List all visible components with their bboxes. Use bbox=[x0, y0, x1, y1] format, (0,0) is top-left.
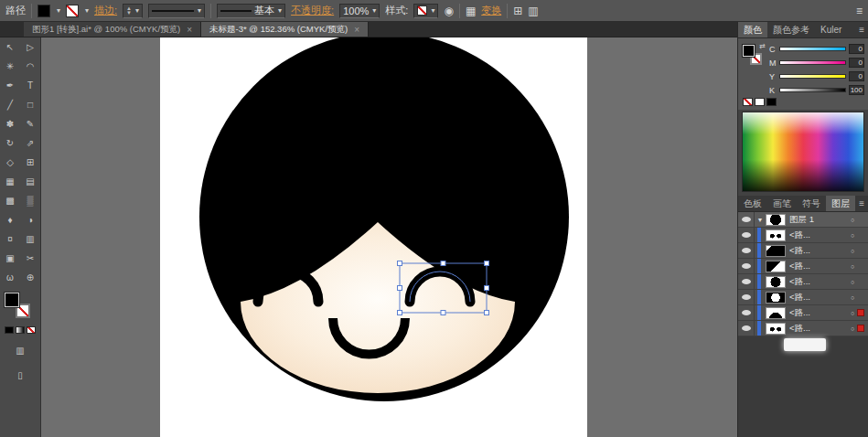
magic-wand-tool[interactable]: ✳ bbox=[0, 57, 20, 76]
arrange-documents-icon[interactable]: ▥ bbox=[528, 5, 538, 17]
pencil-tool[interactable]: ✎ bbox=[20, 114, 40, 133]
target-icon[interactable]: ○ bbox=[848, 279, 857, 285]
target-icon[interactable]: ○ bbox=[848, 217, 857, 223]
visibility-toggle[interactable] bbox=[738, 243, 755, 258]
align-panel-icon[interactable]: ▦ bbox=[466, 5, 476, 17]
black-value-field[interactable]: 100 bbox=[849, 85, 864, 95]
paintbrush-tool[interactable]: ✽ bbox=[0, 114, 20, 133]
blend-tool[interactable]: ◑ bbox=[20, 210, 40, 229]
close-icon[interactable]: × bbox=[354, 25, 359, 35]
selection-tool[interactable]: ↖ bbox=[0, 37, 20, 57]
visibility-toggle[interactable] bbox=[738, 321, 755, 336]
stroke-panel-link[interactable]: 描边: bbox=[94, 4, 117, 17]
transform-panel-link[interactable]: 变换 bbox=[481, 4, 501, 17]
target-icon[interactable]: ○ bbox=[848, 310, 857, 316]
stroke-weight-field[interactable]: ▲▼ ▾ bbox=[123, 4, 143, 18]
visibility-toggle[interactable] bbox=[738, 259, 755, 273]
sublayer-row[interactable]: <路... ○ bbox=[738, 290, 868, 305]
artboard-tool[interactable]: ▣ bbox=[0, 249, 20, 268]
tab-color[interactable]: 颜色 bbox=[738, 22, 767, 37]
opacity-field[interactable]: 100% ▾ bbox=[339, 4, 380, 18]
handle-s[interactable] bbox=[441, 311, 445, 315]
tab-brushes[interactable]: 画笔 bbox=[767, 196, 797, 211]
brush-definition-dropdown[interactable]: 基本 ▾ bbox=[217, 4, 285, 18]
handle-w[interactable] bbox=[398, 286, 402, 291]
sublayer-row[interactable]: <路... ○ bbox=[738, 243, 868, 259]
fill-swatch[interactable] bbox=[5, 293, 19, 307]
tab-kuler[interactable]: Kuler bbox=[815, 22, 847, 37]
width-tool[interactable]: ◇ bbox=[0, 153, 20, 172]
lasso-tool[interactable]: ◠ bbox=[20, 57, 40, 76]
canvas-area[interactable] bbox=[41, 37, 737, 437]
cyan-value-field[interactable]: 0 bbox=[849, 44, 864, 54]
rotate-tool[interactable]: ↻ bbox=[0, 133, 20, 153]
close-icon[interactable]: × bbox=[187, 25, 192, 35]
tab-color-guide[interactable]: 颜色参考 bbox=[767, 22, 815, 37]
layer-name[interactable]: 图层 1 bbox=[789, 214, 848, 226]
target-icon[interactable]: ○ bbox=[848, 232, 857, 239]
yellow-slider[interactable] bbox=[779, 74, 846, 79]
gradient-tool[interactable]: ▒ bbox=[20, 191, 40, 210]
mesh-tool[interactable]: ▩ bbox=[0, 191, 20, 210]
visibility-toggle[interactable] bbox=[738, 274, 755, 289]
handle-sw[interactable] bbox=[398, 311, 402, 315]
sublayer-name[interactable]: <路... bbox=[789, 323, 848, 335]
scale-tool[interactable]: ⇗ bbox=[20, 133, 40, 153]
black-swatch[interactable] bbox=[766, 98, 777, 106]
panel-menu-icon[interactable]: ≡ bbox=[855, 22, 868, 37]
document-tab-1[interactable]: 图形1 [转换].ai* @ 100% (CMYK/预览) × bbox=[24, 22, 201, 37]
line-segment-tool[interactable]: ╱ bbox=[0, 95, 20, 114]
sublayer-name[interactable]: <路... bbox=[789, 261, 848, 272]
tab-symbols[interactable]: 符号 bbox=[797, 196, 826, 211]
style-swatch-dropdown[interactable]: ▾ bbox=[413, 4, 438, 18]
sublayer-row[interactable]: <路... ○ bbox=[738, 274, 868, 290]
handle-nw[interactable] bbox=[398, 261, 402, 266]
fill-proxy-swatch[interactable] bbox=[743, 45, 755, 57]
sublayer-name[interactable]: <路... bbox=[789, 245, 848, 257]
type-tool[interactable]: T bbox=[20, 76, 40, 95]
panel-menu-icon[interactable]: ≡ bbox=[855, 196, 868, 211]
pen-tool[interactable]: ✒ bbox=[0, 76, 20, 95]
stroke-color-swatch[interactable] bbox=[66, 5, 79, 17]
visibility-toggle[interactable] bbox=[738, 305, 755, 320]
sublayer-name[interactable]: <路... bbox=[789, 292, 848, 304]
target-icon[interactable]: ○ bbox=[848, 294, 857, 301]
none-swatch[interactable] bbox=[743, 98, 753, 106]
gradient-mode-button[interactable] bbox=[16, 326, 25, 334]
magenta-slider[interactable] bbox=[779, 60, 846, 65]
artboard-canvas[interactable] bbox=[160, 37, 587, 437]
tab-layers[interactable]: 图层 bbox=[826, 196, 855, 211]
rectangle-tool[interactable]: □ bbox=[20, 95, 40, 114]
fill-color-swatch[interactable] bbox=[38, 5, 50, 17]
direct-selection-tool[interactable]: ▷ bbox=[20, 37, 40, 57]
color-mode-button[interactable] bbox=[5, 326, 14, 334]
none-mode-button[interactable] bbox=[27, 326, 36, 334]
cyan-slider[interactable] bbox=[779, 47, 846, 51]
recolor-artwork-icon[interactable]: ◉ bbox=[444, 5, 453, 17]
handle-n[interactable] bbox=[441, 261, 445, 266]
chevron-down-icon[interactable]: ▾ bbox=[85, 6, 89, 15]
panel-menu-icon[interactable]: ≡ bbox=[856, 5, 863, 17]
chevron-down-icon[interactable]: ▾ bbox=[57, 6, 60, 15]
white-swatch[interactable] bbox=[755, 98, 765, 106]
target-icon[interactable]: ○ bbox=[848, 248, 857, 254]
stepper-icons[interactable]: ▲▼ bbox=[126, 6, 132, 16]
swap-fill-stroke-icon[interactable]: ⇄ bbox=[759, 42, 766, 50]
free-transform-tool[interactable]: ⊞ bbox=[20, 153, 40, 172]
tab-swatches[interactable]: 色板 bbox=[738, 196, 767, 211]
visibility-toggle[interactable] bbox=[738, 228, 755, 242]
sublayer-row[interactable]: <路... ○ bbox=[738, 321, 868, 336]
opacity-panel-link[interactable]: 不透明度: bbox=[291, 4, 334, 17]
width-profile-dropdown[interactable]: ▾ bbox=[148, 4, 205, 18]
perspective-grid-tool[interactable]: ▤ bbox=[20, 172, 40, 191]
target-icon[interactable]: ○ bbox=[848, 325, 857, 332]
layer-row-parent[interactable]: ▼ 图层 1 ○ bbox=[738, 212, 868, 228]
screen-mode-icon[interactable]: ▯ bbox=[17, 366, 23, 385]
sublayer-row[interactable]: <路... ○ bbox=[738, 228, 868, 243]
target-icon[interactable]: ○ bbox=[848, 263, 857, 270]
drawing-modes-icon[interactable]: ▥ bbox=[16, 341, 24, 360]
handle-e[interactable] bbox=[485, 286, 489, 291]
sublayer-row[interactable]: <路... ○ bbox=[738, 259, 868, 274]
column-graph-tool[interactable]: ▥ bbox=[20, 229, 40, 249]
sublayer-row[interactable]: <路... ○ bbox=[738, 305, 868, 321]
